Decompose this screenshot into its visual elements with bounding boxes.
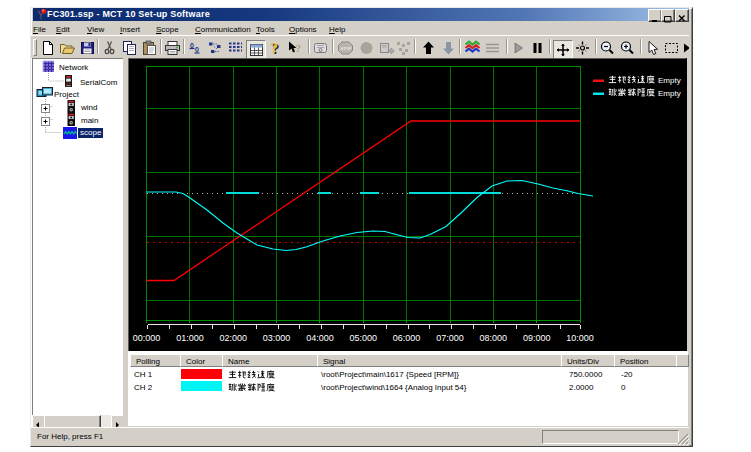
svg-text:0: 0 bbox=[190, 42, 194, 49]
svg-text:?: ? bbox=[296, 42, 302, 54]
svg-text:02:000: 02:000 bbox=[219, 333, 247, 343]
svg-text:?: ? bbox=[271, 40, 279, 56]
svg-text:08:000: 08:000 bbox=[480, 333, 508, 343]
svg-text:03:000: 03:000 bbox=[263, 333, 291, 343]
svg-text:Empty: Empty bbox=[658, 89, 681, 98]
svg-text:07:000: 07:000 bbox=[436, 333, 464, 343]
svg-text:09:000: 09:000 bbox=[523, 333, 551, 343]
svg-text:STOP: STOP bbox=[340, 46, 352, 51]
svg-text:01:000: 01:000 bbox=[176, 333, 204, 343]
svg-text:Empty: Empty bbox=[658, 76, 681, 85]
svg-text:00:000: 00:000 bbox=[133, 333, 161, 343]
svg-text:06:000: 06:000 bbox=[393, 333, 421, 343]
svg-text:05:000: 05:000 bbox=[350, 333, 378, 343]
svg-text:10:000: 10:000 bbox=[566, 333, 594, 343]
svg-text:04:000: 04:000 bbox=[306, 333, 334, 343]
svg-text:0: 0 bbox=[195, 46, 199, 53]
